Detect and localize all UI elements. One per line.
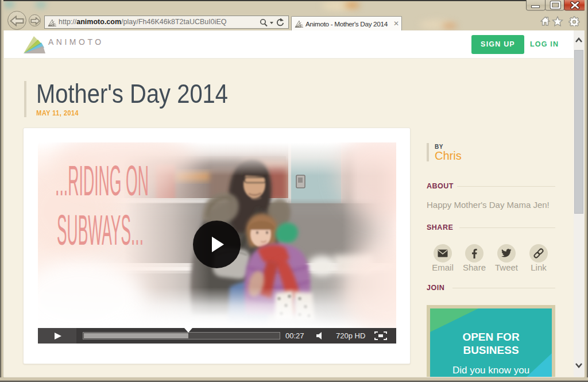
svg-text:...RIDING ON: ...RIDING ON xyxy=(55,156,149,204)
svg-text:SUBWAYS...: SUBWAYS... xyxy=(57,206,144,254)
